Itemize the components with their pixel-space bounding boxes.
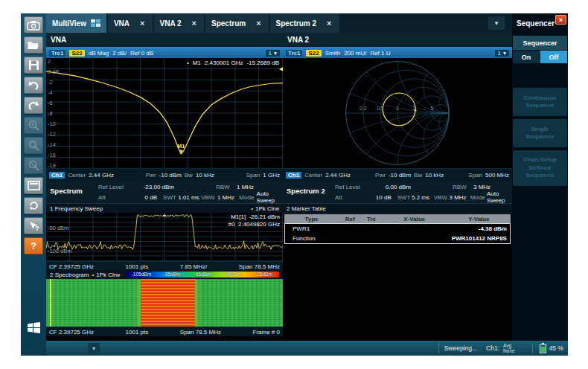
tab-vna-close-icon[interactable]: × (138, 19, 146, 28)
vbw-value[interactable]: 3 MHz (449, 194, 470, 201)
span-value[interactable]: Span 78.5 MHz (239, 263, 280, 270)
channel-tab-bar: MultiView VNA × VNA 2 × Spectrum × Spect… (46, 13, 512, 33)
trace-name-chip[interactable]: Trc1 (286, 50, 302, 57)
tab-vna[interactable]: VNA × (108, 13, 153, 33)
mode-value[interactable]: Auto Sweep (257, 190, 281, 204)
vna-y-tick-label: 2 (48, 58, 59, 65)
spectrum2-channel-name[interactable]: Spectrum 2 (287, 187, 333, 195)
swt-value[interactable]: 1.01 ms (178, 194, 201, 201)
sequencer-mode-button[interactable]: Single Sequence (513, 119, 567, 147)
bw-value[interactable]: 10 kHz (196, 172, 214, 179)
rbw-value[interactable]: 3 MHz (473, 184, 490, 190)
sequencer-mode-button[interactable]: Continuous Sequence (513, 88, 567, 116)
sequencer-mode-button[interactable]: Chan.Setup Defined Sequence (513, 150, 567, 186)
open-file-folder-icon[interactable] (24, 36, 43, 54)
trace-scale: 200 mU/ (344, 50, 366, 57)
help-icon[interactable]: ? (24, 237, 43, 254)
sparam-chip[interactable]: S22 (69, 50, 84, 57)
channel-chip[interactable]: Ch1 (49, 172, 65, 179)
window-select[interactable]: 1 ▾ (266, 50, 280, 57)
span-value[interactable]: Span 78.5 MHz (180, 329, 221, 336)
trace-name-chip[interactable]: Trc1 (49, 50, 65, 57)
spectrogram-graph[interactable] (46, 279, 283, 327)
att-value[interactable]: 0 dB (121, 194, 157, 201)
statusbar-expand-button[interactable]: ▾ (88, 343, 100, 353)
statusbar-divider (532, 343, 533, 353)
vna2-trace-header[interactable]: Trc1 S22 Smith 200 mU/ Ref 1 U 1 ▾ (283, 47, 512, 59)
marker-table-column-header: X-Value (382, 216, 447, 222)
vna-y-tick-label: -4 (48, 89, 59, 96)
vbw-value[interactable]: 1 MHz (217, 194, 239, 201)
pwr-value[interactable]: -10 dBm (389, 172, 411, 179)
tab-multiview-label: MultiView (52, 19, 86, 28)
undo-icon[interactable] (24, 77, 43, 94)
display-window-icon[interactable] (24, 177, 43, 194)
zoom-off-icon[interactable] (24, 157, 43, 174)
span-value[interactable]: 1 GHz (263, 172, 280, 179)
frequency-sweep-graph[interactable]: -50 dBm -100 dBm M1[1] -26.21 dBm #0 2.4… (46, 213, 283, 261)
sparam-chip[interactable]: S22 (306, 50, 321, 57)
pwr-value[interactable]: -10 dBm (159, 172, 182, 179)
battery-icon (540, 343, 546, 353)
ref-level-value[interactable]: -23.00 dBm (128, 184, 174, 190)
vna-y-tick-label: 0 dB (48, 68, 59, 75)
mode-value[interactable]: Auto Sweep (487, 190, 511, 204)
marker-triangle-icon: ▼ (179, 148, 184, 155)
marker-table-window-title[interactable]: 2 Marker Table (283, 204, 512, 214)
trace-info[interactable]: • 1Pk Clrw (92, 272, 120, 278)
vna-m1-marker[interactable]: M1 ▼ (177, 144, 185, 154)
ref-level-value[interactable]: 0.00 dBm (365, 184, 411, 190)
tab-spectrum[interactable]: Spectrum × (205, 13, 269, 33)
tab-overflow-button[interactable]: ▾ (488, 16, 505, 30)
center-value[interactable]: 2.44 GHz (325, 172, 351, 179)
marker-table-row[interactable]: FunctionPWR101412 NRP8S (285, 234, 510, 243)
zoom-selection-icon[interactable] (24, 137, 43, 154)
swt-value[interactable]: 5.2 ms (412, 194, 434, 201)
save-icon[interactable] (24, 57, 43, 74)
att-value[interactable]: 10 dB (357, 194, 392, 201)
tab-vna2-close-icon[interactable]: × (191, 19, 198, 28)
vbw-label: VBW (201, 194, 217, 201)
trace-info[interactable]: • 1Pk Clrw (251, 205, 279, 212)
zoom-in-icon[interactable] (24, 117, 43, 134)
vna-panel-title[interactable]: VNA (46, 33, 283, 47)
trace-dot-icon: • (251, 205, 253, 212)
tab-spectrum2[interactable]: Spectrum 2 × (270, 13, 339, 33)
channel-chip[interactable]: Ch1 (286, 172, 301, 179)
vna-trace-header[interactable]: Trc1 S22 dB Mag 2 dB/ Ref 0 dB 1 ▾ (46, 47, 283, 59)
marker-table-column-header: Ref (339, 216, 361, 222)
sequencer-on-button[interactable]: On (513, 51, 540, 63)
sequencer-off-button[interactable]: Off (540, 51, 567, 63)
redo-icon[interactable] (24, 97, 43, 114)
vna2-panel-title[interactable]: VNA 2 (283, 33, 512, 47)
tab-spectrum-close-icon[interactable]: × (255, 19, 262, 28)
spectrum-m1-marker-icon[interactable]: + (163, 213, 167, 219)
spectrum-panel: Spectrum Ref Level -23.00 dBm RBW 1 MHz … (46, 181, 283, 341)
continuous-sweep-icon[interactable] (24, 197, 43, 214)
cf-value[interactable]: CF 2.39725 GHz (49, 329, 94, 336)
marker-table-row[interactable]: PWR1-4.38 dBm (285, 224, 510, 234)
tab-vna2[interactable]: VNA 2 × (154, 13, 205, 33)
marker-bullet-icon: • (187, 60, 189, 66)
trace-ref: Ref 0 dB (130, 50, 153, 57)
window-select[interactable]: 1 ▾ (495, 50, 509, 57)
span-value[interactable]: 500 MHz (485, 172, 509, 179)
vna-graph[interactable]: 20 dB-2-4-6-8-10-12-14-16-18 • M1 2.4300… (46, 58, 283, 169)
bw-value[interactable]: 10 kHz (425, 172, 444, 179)
rbw-value[interactable]: 1 MHz (237, 184, 254, 190)
spectrum-channel-name[interactable]: Spectrum (50, 187, 96, 195)
smith-chart-graph[interactable]: 0.20.5125 (283, 58, 512, 169)
help-pointer-icon[interactable]: ? (24, 217, 43, 234)
vna-trace-svg (46, 58, 283, 169)
frame-value[interactable]: Frame # 0 (253, 329, 280, 336)
spectrum-y-label: -100 dBm (48, 248, 72, 254)
marker-table-cell: -4.38 dBm (447, 225, 510, 232)
windows-start-icon[interactable] (24, 318, 43, 336)
tab-multiview[interactable]: MultiView (46, 13, 106, 33)
screenshot-camera-icon[interactable] (24, 16, 43, 33)
sidebar-close-button[interactable]: × (555, 15, 566, 25)
cf-value[interactable]: CF 2.39725 GHz (49, 263, 94, 270)
rbw-label: RBW (453, 184, 473, 190)
center-value[interactable]: 2.44 GHz (89, 172, 114, 179)
tab-spectrum2-close-icon[interactable]: × (325, 19, 333, 28)
